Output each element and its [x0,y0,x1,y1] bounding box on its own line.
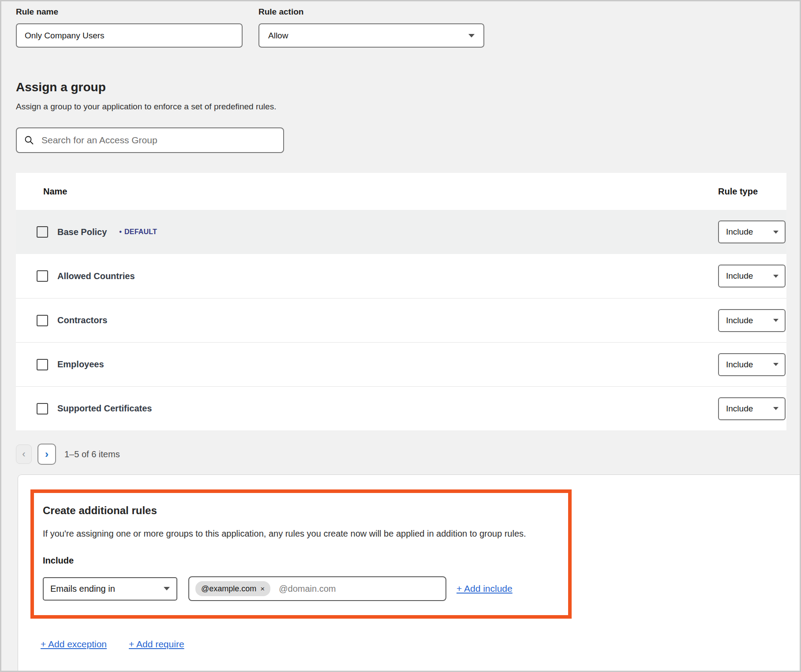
chevron-down-icon [773,275,779,278]
add-include-link[interactable]: + Add include [457,583,513,594]
default-badge: •DEFAULT [119,228,157,236]
previous-page-button[interactable]: ‹ [16,444,32,464]
row-checkbox[interactable] [37,226,48,238]
row-checkbox[interactable] [37,403,48,414]
access-groups-table: Name Rule type Base Policy •DEFAULT Incl… [16,173,786,430]
rule-type-select[interactable]: Include [718,309,786,332]
chevron-down-icon [468,34,475,37]
chevron-down-icon [773,407,779,410]
table-row: Supported Certificates Include [16,386,786,430]
remove-chip-icon[interactable]: × [260,585,265,593]
rule-action-value: Allow [268,31,288,41]
assign-group-heading: Assign a group [16,80,786,94]
chevron-down-icon [773,319,779,322]
table-row: Contractors Include [16,298,786,342]
bullet-icon: • [119,228,122,235]
rule-action-label: Rule action [258,7,484,17]
rule-name-label: Rule name [16,7,243,17]
table-row: Base Policy •DEFAULT Include [16,210,786,254]
chevron-down-icon [164,587,170,590]
chevron-left-icon: ‹ [22,448,25,460]
include-label: Include [43,556,555,566]
group-name: Contractors [57,315,107,325]
group-name: Supported Certificates [57,403,152,414]
table-row: Employees Include [16,342,786,386]
chevron-down-icon [773,231,779,234]
add-exception-link[interactable]: + Add exception [41,639,107,650]
create-additional-rules-heading: Create additional rules [43,504,555,517]
search-input[interactable] [41,134,276,146]
rule-type-select[interactable]: Include [718,353,786,376]
email-domain-field[interactable] [278,583,439,594]
add-require-link[interactable]: + Add require [129,639,184,650]
rule-name-input[interactable] [16,23,243,48]
pagination: ‹ › 1–5 of 6 items [16,444,786,465]
email-domains-input[interactable]: @example.com × [188,576,446,601]
assign-group-description: Assign a group to your application to en… [16,102,786,112]
rule-type-select[interactable]: Include [718,265,786,287]
column-header-rule-type: Rule type [718,187,786,197]
row-checkbox[interactable] [37,315,48,326]
table-row: Allowed Countries Include [16,254,786,298]
pagination-status: 1–5 of 6 items [64,449,120,459]
group-name: Allowed Countries [57,271,135,281]
group-name: Employees [57,359,104,370]
chevron-right-icon: › [45,448,49,460]
rule-form: Rule name Rule action Allow [16,7,786,48]
chevron-down-icon [773,363,779,366]
search-icon [24,135,34,145]
rule-name-field-group: Rule name [16,7,243,48]
rule-action-field-group: Rule action Allow [258,7,484,48]
rule-footer-links: + Add exception + Add require [41,639,801,650]
row-checkbox[interactable] [37,270,48,282]
rule-criteria-select[interactable]: Emails ending in [43,577,177,601]
create-additional-rules-description: If you're assigning one or more groups t… [43,529,555,539]
next-page-button[interactable]: › [37,444,56,465]
group-name: Base Policy [57,227,107,237]
include-rule-controls: Emails ending in @example.com × + Add in… [43,576,555,601]
access-rule-page: Rule name Rule action Allow Assign a gro… [1,1,800,671]
table-header: Name Rule type [16,173,786,210]
email-domain-chip: @example.com × [195,581,270,596]
rule-action-select[interactable]: Allow [258,23,484,48]
create-additional-rules-highlight: Create additional rules If you're assign… [30,489,572,619]
row-checkbox[interactable] [37,359,48,370]
column-header-name: Name [16,187,718,197]
access-group-search[interactable] [16,127,284,153]
rule-type-select[interactable]: Include [718,220,786,243]
rule-type-select[interactable]: Include [718,397,786,420]
additional-rules-card: Create additional rules If you're assign… [18,474,801,671]
